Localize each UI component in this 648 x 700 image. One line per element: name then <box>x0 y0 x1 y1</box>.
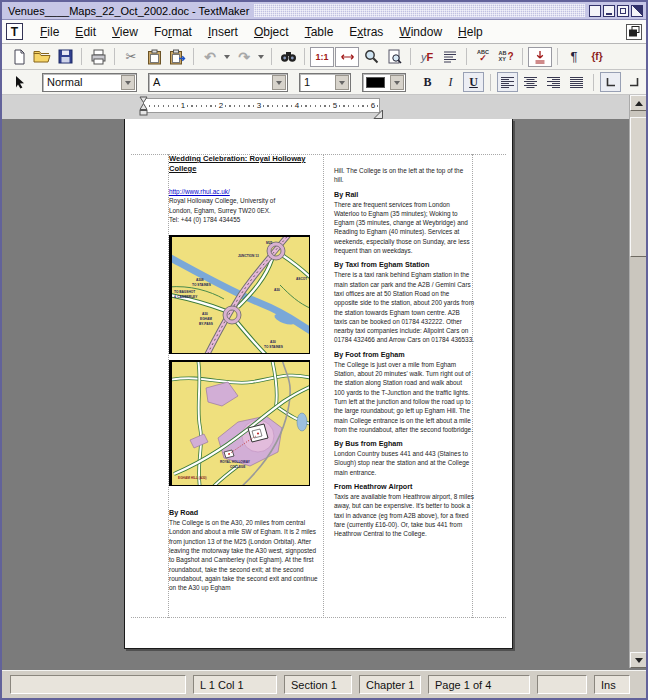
address-line: London, Egham, Surrey TW20 0EX. <box>169 206 321 215</box>
color-dropdown-button[interactable] <box>390 75 404 90</box>
svg-text:EGHAM: EGHAM <box>200 317 212 321</box>
svg-text:TO STAINES: TO STAINES <box>264 345 283 349</box>
menu-insert[interactable]: Insert <box>200 22 246 42</box>
align-right-icon <box>547 76 560 89</box>
document-workspace[interactable]: Wedding Celebration: Royal Holloway Coll… <box>2 119 646 670</box>
copy-button[interactable] <box>143 46 165 68</box>
save-button[interactable] <box>54 46 76 68</box>
status-extra-field <box>537 675 587 694</box>
new-document-button[interactable] <box>8 46 30 68</box>
zoom-button[interactable] <box>360 46 382 68</box>
menu-help[interactable]: Help <box>450 22 491 42</box>
color-dropdown[interactable] <box>362 73 406 92</box>
minimize-button[interactable] <box>603 5 615 17</box>
road-map-image: M25 JUNCTION 13 ASCOT A30 A308 TO STAINE… <box>169 235 310 354</box>
tab-right-button[interactable] <box>623 72 644 92</box>
open-button[interactable] <box>31 46 53 68</box>
undo-dropdown-button[interactable] <box>222 47 232 67</box>
ruler-number: 5 <box>332 100 338 111</box>
window-menu-button[interactable] <box>589 5 601 17</box>
titlebar-pattern <box>254 4 585 17</box>
align-right-button[interactable] <box>543 72 564 92</box>
section-heading: By Bus from Egham <box>334 439 474 448</box>
menu-bar: T File Edit View Format Insert Object Ta… <box>2 20 646 44</box>
translate-check-button[interactable]: ABXY ? <box>495 46 517 68</box>
app-icon-letter: T <box>11 25 18 39</box>
formatting-marks-button[interactable]: ¶ <box>563 46 585 68</box>
style-combobox[interactable]: Normal <box>42 73 137 92</box>
style-dropdown-button[interactable] <box>121 75 135 90</box>
svg-text:A308: A308 <box>196 278 204 282</box>
redo-icon: ↷ <box>238 50 250 64</box>
color-swatch <box>366 77 385 88</box>
scrollbar-thumb[interactable] <box>630 117 647 257</box>
menu-format[interactable]: Format <box>146 22 200 42</box>
open-folder-icon <box>33 49 51 64</box>
font-dropdown-button[interactable] <box>272 75 286 90</box>
align-justify-button[interactable] <box>566 72 587 92</box>
italic-button[interactable]: I <box>440 72 461 92</box>
svg-text:A30: A30 <box>270 340 276 344</box>
menu-window[interactable]: Window <box>391 22 450 42</box>
bold-button[interactable]: B <box>417 72 438 92</box>
close-button[interactable] <box>631 5 643 17</box>
document-heading: Wedding Celebration: Royal Holloway Coll… <box>169 154 321 174</box>
menu-edit[interactable]: Edit <box>67 22 104 42</box>
size-dropdown-button[interactable] <box>335 75 349 90</box>
left-column: Wedding Celebration: Royal Holloway Coll… <box>169 154 321 593</box>
align-center-button[interactable] <box>520 72 541 92</box>
goto-button[interactable] <box>528 47 552 67</box>
align-left-button[interactable] <box>497 72 518 92</box>
size-combobox[interactable]: 1 <box>299 73 351 92</box>
format-toolbar: Normal A 1 B I U <box>2 70 646 95</box>
undo-button[interactable]: ↶ <box>199 46 221 68</box>
font-combobox[interactable]: A <box>148 73 288 92</box>
toolbar-separator <box>81 48 82 65</box>
tab-left-icon <box>605 76 617 88</box>
zoom-actual-button[interactable]: 1:1 <box>310 47 334 67</box>
fit-width-icon <box>340 52 355 62</box>
menu-file[interactable]: File <box>32 22 67 42</box>
fit-width-button[interactable] <box>335 47 359 67</box>
chevron-down-icon <box>394 81 400 88</box>
scroll-up-button[interactable] <box>630 95 647 111</box>
font-value: A <box>149 76 160 88</box>
toolbar-separator <box>557 48 558 65</box>
menu-object[interactable]: Object <box>246 22 297 42</box>
character-format-f: F <box>426 51 433 63</box>
title-bar[interactable]: Venues____Maps_22_Oct_2002.doc - TextMak… <box>2 2 646 20</box>
vertical-scrollbar[interactable] <box>629 95 646 668</box>
maximize-button[interactable] <box>617 5 629 17</box>
redo-dropdown-button[interactable] <box>256 47 266 67</box>
insert-field-button[interactable]: {f} <box>586 46 608 68</box>
pointer-arrow-icon <box>14 75 25 89</box>
redo-button[interactable]: ↷ <box>233 46 255 68</box>
paragraph-format-button[interactable] <box>439 46 461 68</box>
svg-text:ASCOT: ASCOT <box>296 277 307 281</box>
tab-left-button[interactable] <box>600 72 621 92</box>
menu-extras[interactable]: Extras <box>341 22 391 42</box>
paste-button[interactable] <box>166 46 188 68</box>
scroll-down-button[interactable] <box>630 652 647 668</box>
section-text: Taxis are available from Heathrow airpor… <box>334 492 474 538</box>
print-button[interactable] <box>87 46 109 68</box>
menu-table[interactable]: Table <box>297 22 342 42</box>
horizontal-ruler[interactable]: 1 2 3 4 5 6 <box>143 98 380 113</box>
find-button[interactable] <box>277 46 299 68</box>
underline-button[interactable]: U <box>463 72 484 92</box>
spell-check-button[interactable]: ABC✓ <box>472 46 494 68</box>
indent-marker-left[interactable] <box>139 96 149 121</box>
print-preview-button[interactable] <box>383 46 405 68</box>
menu-view[interactable]: View <box>104 22 146 42</box>
toolbar-separator <box>114 48 115 65</box>
cut-button[interactable]: ✂ <box>120 46 142 68</box>
scissors-icon: ✂ <box>126 49 137 64</box>
app-icon-button[interactable]: T <box>6 23 23 40</box>
clipboard-arrow-icon <box>169 49 186 65</box>
svg-text:M25: M25 <box>266 241 272 245</box>
mdi-restore-button[interactable] <box>626 24 642 40</box>
character-format-button[interactable]: yF <box>416 46 438 68</box>
document-page[interactable]: Wedding Celebration: Royal Holloway Coll… <box>124 119 513 649</box>
object-mode-button[interactable] <box>8 71 30 93</box>
hyperlink[interactable]: http://www.rhul.ac.uk/ <box>169 187 321 196</box>
